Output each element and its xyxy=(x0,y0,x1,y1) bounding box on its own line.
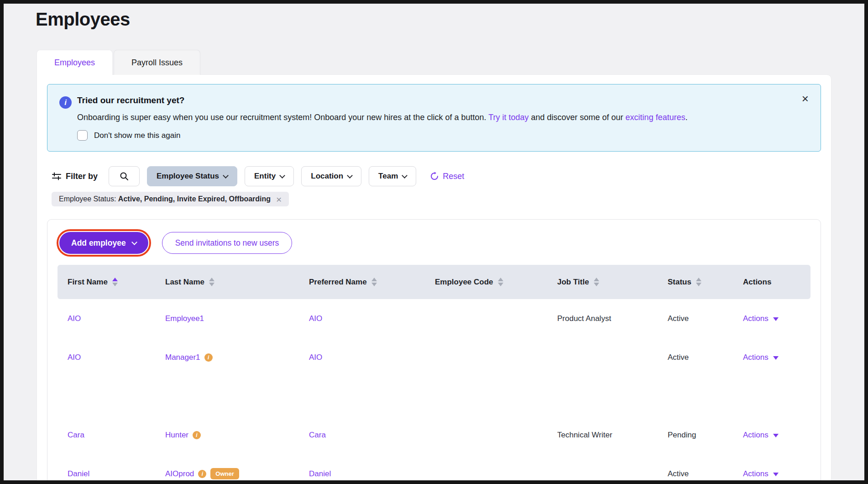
column-header-job-title[interactable]: Job Title xyxy=(557,278,668,287)
filter-by-label: Filter by xyxy=(66,172,98,181)
search-icon xyxy=(120,172,129,181)
last-name-link[interactable]: AIOprod xyxy=(165,469,194,479)
preferred-name-link[interactable]: Daniel xyxy=(309,469,435,479)
preferred-name-link[interactable]: Cara xyxy=(309,431,435,440)
filter-location-button[interactable]: Location xyxy=(301,166,361,186)
exciting-features-link[interactable]: exciting features xyxy=(626,113,685,122)
reset-filters-button[interactable]: Reset xyxy=(430,172,464,181)
preferred-name-link[interactable]: AIO xyxy=(309,314,435,323)
search-button[interactable] xyxy=(109,166,140,186)
status-cell: Active xyxy=(668,353,743,362)
info-icon[interactable]: i xyxy=(193,431,201,439)
first-name-link[interactable]: AIO xyxy=(68,353,165,362)
filter-sliders-icon xyxy=(52,171,62,181)
filter-row: Filter by Employee Status Entity Locatio… xyxy=(52,166,831,186)
try-it-today-link[interactable]: Try it today xyxy=(488,113,528,122)
filter-location-label: Location xyxy=(311,172,343,181)
add-employee-button[interactable]: Add employee xyxy=(59,232,148,254)
sort-icon[interactable] xyxy=(209,278,214,286)
job-title-cell: Product Analyst xyxy=(557,314,668,323)
info-icon: i xyxy=(59,96,72,109)
status-cell: Active xyxy=(668,314,743,323)
caret-down-icon xyxy=(773,434,779,437)
job-title-cell: Technical Writer xyxy=(557,431,668,440)
owner-badge: Owner xyxy=(210,468,239,479)
caret-down-icon xyxy=(773,473,779,476)
add-employee-highlight-ring: Add employee xyxy=(57,229,151,257)
sort-icon[interactable] xyxy=(594,278,599,286)
main-card: i Tried our recruitment yet? Onboarding … xyxy=(37,74,831,484)
tab-employees[interactable]: Employees xyxy=(37,50,113,75)
chevron-down-icon xyxy=(131,239,137,245)
chevron-down-icon xyxy=(402,173,408,179)
first-name-link[interactable]: Cara xyxy=(68,431,165,440)
table-row: AIO Employee1 AIO Product Analyst Active… xyxy=(58,299,810,338)
table-row: AIO Manager1 i AIO Active Actions xyxy=(58,338,810,377)
status-cell: Active xyxy=(668,469,743,479)
sort-icon[interactable] xyxy=(112,278,118,286)
table-row: Cara Hunter i Cara Technical Writer Pend… xyxy=(58,416,810,454)
recruitment-banner: i Tried our recruitment yet? Onboarding … xyxy=(47,84,821,152)
first-name-link[interactable]: AIO xyxy=(68,314,165,323)
add-employee-label: Add employee xyxy=(71,238,126,248)
column-header-employee-code[interactable]: Employee Code xyxy=(435,278,557,287)
send-invitations-label: Send invitations to new users xyxy=(175,238,279,248)
last-name-link[interactable]: Manager1 xyxy=(165,353,200,362)
banner-text-2: and discover some of our xyxy=(529,113,626,122)
column-header-preferred-name[interactable]: Preferred Name xyxy=(309,278,435,287)
page-title: Employees xyxy=(36,9,130,30)
chevron-down-icon xyxy=(347,173,353,179)
filter-employee-status-button[interactable]: Employee Status xyxy=(147,166,237,186)
last-name-link[interactable]: Employee1 xyxy=(165,314,204,323)
actions-menu-button[interactable]: Actions xyxy=(743,314,810,323)
actions-menu-button[interactable]: Actions xyxy=(743,353,810,362)
dont-show-again-row: Don't show me this again xyxy=(77,130,180,141)
chevron-down-icon xyxy=(223,173,229,179)
sort-icon[interactable] xyxy=(696,278,701,286)
dont-show-again-checkbox[interactable] xyxy=(77,130,88,141)
filter-entity-button[interactable]: Entity xyxy=(245,166,294,186)
table-header: First Name Last Name Preferred Name Empl… xyxy=(58,265,810,299)
dont-show-again-label: Don't show me this again xyxy=(94,131,180,140)
tab-bar: Employees Payroll Issues xyxy=(37,50,200,75)
column-header-last-name[interactable]: Last Name xyxy=(165,278,309,287)
banner-body: Onboarding is super easy when you use ou… xyxy=(77,113,688,122)
reset-label: Reset xyxy=(443,172,464,181)
table-toolbar: Add employee Send invitations to new use… xyxy=(47,229,821,257)
filter-by: Filter by xyxy=(52,171,98,181)
employees-table-card: Add employee Send invitations to new use… xyxy=(47,219,821,484)
sort-icon[interactable] xyxy=(371,278,377,286)
filter-employee-status-label: Employee Status xyxy=(157,172,219,181)
info-icon[interactable]: i xyxy=(204,353,213,362)
send-invitations-button[interactable]: Send invitations to new users xyxy=(162,232,293,254)
last-name-link[interactable]: Hunter xyxy=(165,431,188,440)
filter-team-button[interactable]: Team xyxy=(369,166,416,186)
caret-down-icon xyxy=(773,317,779,321)
filter-team-label: Team xyxy=(378,172,398,181)
table-body: AIO Employee1 AIO Product Analyst Active… xyxy=(58,299,810,484)
column-header-actions: Actions xyxy=(743,278,810,287)
info-icon[interactable]: i xyxy=(198,470,206,478)
sort-icon[interactable] xyxy=(498,278,503,286)
empty-row-spacer xyxy=(58,377,810,416)
banner-close-icon[interactable]: × xyxy=(802,93,809,105)
banner-text-1: Onboarding is super easy when you use ou… xyxy=(77,113,488,122)
chevron-down-icon xyxy=(279,173,285,179)
table-row: Daniel AIOprod i Owner Daniel Active Act… xyxy=(58,454,810,484)
actions-menu-button[interactable]: Actions xyxy=(743,431,810,440)
chip-close-icon[interactable]: × xyxy=(276,195,282,204)
tab-employees-label: Employees xyxy=(54,58,95,68)
filter-entity-label: Entity xyxy=(254,172,276,181)
status-cell: Pending xyxy=(668,431,743,440)
page: Employees Employees Payroll Issues i Tri… xyxy=(4,4,864,480)
column-header-status[interactable]: Status xyxy=(668,278,743,287)
actions-menu-button[interactable]: Actions xyxy=(743,469,810,479)
banner-text-3: . xyxy=(685,113,688,122)
active-filters: Employee Status: Active, Pending, Invite… xyxy=(52,192,831,206)
preferred-name-link[interactable]: AIO xyxy=(309,353,435,362)
first-name-link[interactable]: Daniel xyxy=(68,469,165,479)
column-header-first-name[interactable]: First Name xyxy=(68,278,165,287)
tab-payroll-issues[interactable]: Payroll Issues xyxy=(114,50,200,75)
caret-down-icon xyxy=(773,356,779,360)
employee-status-chip: Employee Status: Active, Pending, Invite… xyxy=(52,192,289,206)
